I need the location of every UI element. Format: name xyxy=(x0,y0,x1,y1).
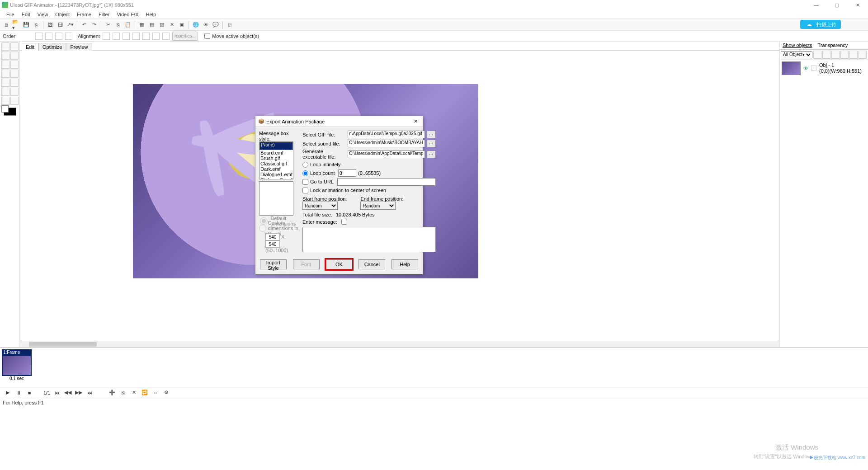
move-active-check[interactable]: Move active object(s) xyxy=(204,33,259,40)
dim-h-input[interactable] xyxy=(265,240,280,248)
del-frame-icon[interactable]: ✕ xyxy=(130,389,138,396)
wand-icon[interactable] xyxy=(1,70,9,78)
order-backward-icon[interactable] xyxy=(65,33,72,40)
enter-msg-check[interactable] xyxy=(341,219,347,225)
copy-icon[interactable]: ⎘ xyxy=(113,20,123,29)
whatsthis-icon[interactable]: ⍰ xyxy=(225,20,234,29)
tween-icon[interactable]: ↔ xyxy=(151,389,160,396)
cancel-button[interactable]: Cancel xyxy=(359,259,385,269)
panel-icon-5[interactable] xyxy=(849,51,858,59)
style-classical[interactable]: Classical.gif xyxy=(259,161,293,166)
fit-icon[interactable] xyxy=(10,88,19,96)
grid4-icon[interactable]: ✕ xyxy=(167,20,176,29)
panel-icon-6[interactable] xyxy=(859,51,867,59)
tab-preview[interactable]: Preview xyxy=(66,43,92,51)
panel-icon-2[interactable] xyxy=(822,51,830,59)
prev-icon[interactable]: ◀◀ xyxy=(64,389,72,396)
order-front-icon[interactable] xyxy=(35,33,42,40)
menu-edit[interactable]: Edit xyxy=(18,11,34,18)
ok-button[interactable]: OK xyxy=(326,259,353,269)
lock-center-check[interactable] xyxy=(302,188,308,193)
zoomin-icon[interactable] xyxy=(1,97,9,105)
menu-object[interactable]: Object xyxy=(52,11,73,18)
goto-url-input[interactable] xyxy=(337,178,436,186)
style-dialogue2[interactable]: Dialogue2.emf xyxy=(259,177,293,179)
properties-button[interactable]: roperties... xyxy=(172,32,198,41)
menu-view[interactable]: View xyxy=(34,11,52,18)
eye-icon[interactable]: 👁 xyxy=(803,66,808,71)
dup-frame-icon[interactable]: ⎘ xyxy=(119,389,127,396)
grid5-icon[interactable]: ▣ xyxy=(177,20,186,29)
arrow-icon[interactable]: ↗▾ xyxy=(66,20,75,29)
upload-badge[interactable]: ☁ 拍摄上传 xyxy=(800,20,841,29)
align-top-icon[interactable] xyxy=(132,33,140,40)
minimize-button[interactable]: — xyxy=(806,0,826,10)
crop-icon[interactable] xyxy=(1,61,9,69)
style-listbox[interactable]: (None) Board.emf Brush.gif Classical.gif… xyxy=(259,141,293,179)
align-grid-icon[interactable] xyxy=(162,33,170,40)
message-textbox[interactable] xyxy=(302,227,436,252)
style-brush[interactable]: Brush.gif xyxy=(259,155,293,161)
sound-browse-button[interactable]: ... xyxy=(427,140,436,147)
video-icon[interactable]: 🎞 xyxy=(56,20,65,29)
add-frame-icon[interactable]: ➕ xyxy=(108,389,116,396)
move-icon[interactable] xyxy=(10,42,19,51)
all-objects-select[interactable]: All Object▾ xyxy=(781,51,812,58)
new-icon[interactable]: 🗎 xyxy=(2,20,11,29)
image-icon[interactable]: 🖼 xyxy=(46,20,55,29)
shape-icon[interactable] xyxy=(10,52,19,60)
redo-icon[interactable]: ↷ xyxy=(90,20,99,29)
style-dark[interactable]: Dark.emf xyxy=(259,166,293,172)
close-button[interactable]: ✕ xyxy=(847,0,868,10)
h-scrollbar[interactable] xyxy=(20,341,779,347)
order-forward-icon[interactable] xyxy=(45,33,52,40)
pointer-icon[interactable] xyxy=(1,42,9,51)
style-dialogue1[interactable]: Dialogue1.emf xyxy=(259,172,293,177)
loop-icon[interactable]: 🔁 xyxy=(141,389,149,396)
dim-w-input[interactable] xyxy=(265,233,280,240)
grid3-icon[interactable]: ▧ xyxy=(157,20,166,29)
gif-browse-button[interactable]: ... xyxy=(427,131,436,138)
save-icon[interactable]: 💾 xyxy=(22,20,31,29)
first-icon[interactable]: ⏮ xyxy=(53,389,61,396)
start-pos-select[interactable]: Random xyxy=(302,202,338,210)
brush-icon[interactable] xyxy=(1,79,9,87)
object-list-item[interactable]: 👁 Obj - 1 (0,0)(W:980,H:551) xyxy=(780,60,868,77)
grid2-icon[interactable]: ▤ xyxy=(147,20,156,29)
menu-videofx[interactable]: Video F/X xyxy=(113,11,142,18)
goto-url-check[interactable] xyxy=(302,179,308,185)
paste-icon[interactable]: 📋 xyxy=(123,20,132,29)
maximize-button[interactable]: ▢ xyxy=(826,0,847,10)
lasso-icon[interactable] xyxy=(10,61,19,69)
grid1-icon[interactable]: ▦ xyxy=(137,20,146,29)
align-center-icon[interactable] xyxy=(113,33,120,40)
web-icon[interactable]: 🌐 xyxy=(191,20,200,29)
dialog-titlebar[interactable]: 📦 Export Animation Package ✕ xyxy=(255,116,423,127)
last-icon[interactable]: ⏭ xyxy=(85,389,94,396)
comment-icon[interactable]: 💬 xyxy=(211,20,220,29)
tab-optimize[interactable]: Optimize xyxy=(38,43,66,51)
panel-icon-4[interactable] xyxy=(840,51,849,59)
tab-edit[interactable]: Edit xyxy=(22,43,38,51)
pause-icon[interactable]: ⏸ xyxy=(14,389,23,396)
sound-path-input[interactable]: C:\Users\admin\Music\BOOMBAYAH xyxy=(348,140,425,147)
color-swatch[interactable] xyxy=(4,108,16,116)
gif-path-input[interactable]: n\AppData\Local\Temp\ug0a3325.gif xyxy=(348,131,425,138)
move-active-checkbox[interactable] xyxy=(204,33,210,39)
align-right-icon[interactable] xyxy=(123,33,130,40)
zoom-icon[interactable] xyxy=(10,70,19,78)
loop-count-radio[interactable] xyxy=(302,170,308,176)
undo-icon[interactable]: ↶ xyxy=(80,20,89,29)
menu-help[interactable]: Help xyxy=(142,11,160,18)
play-icon[interactable]: ▶ xyxy=(4,389,12,396)
style-none[interactable]: (None) xyxy=(259,142,293,150)
loop-inf-radio[interactable] xyxy=(302,162,308,168)
text-icon[interactable] xyxy=(1,52,9,60)
help-button[interactable]: Help xyxy=(392,259,418,269)
order-back-icon[interactable] xyxy=(55,33,62,40)
menu-frame[interactable]: Frame xyxy=(73,11,95,18)
end-pos-select[interactable]: Random xyxy=(360,202,396,210)
props-icon[interactable]: ⚙ xyxy=(162,389,170,396)
panel-icon-1[interactable] xyxy=(813,51,821,59)
style-board[interactable]: Board.emf xyxy=(259,150,293,155)
